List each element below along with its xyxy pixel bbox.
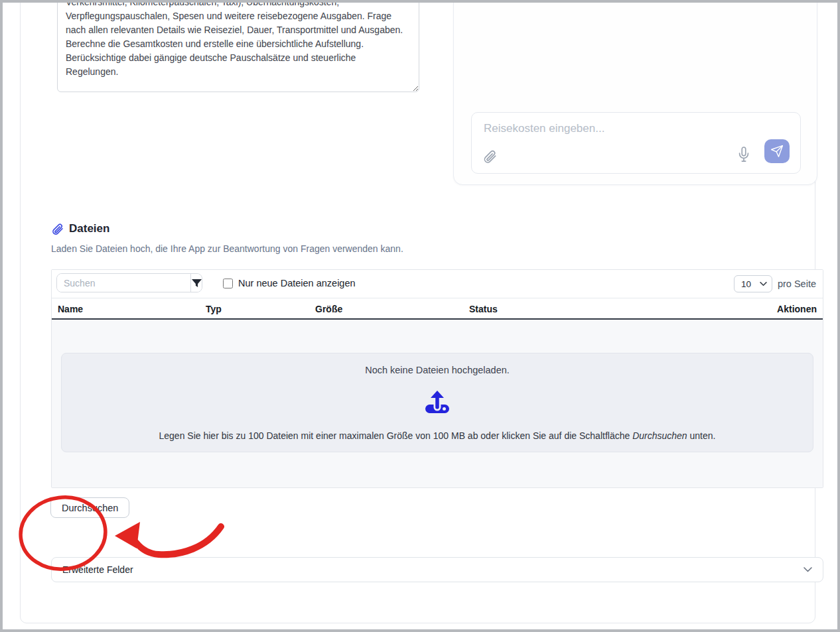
- microphone-icon: [736, 145, 751, 164]
- send-icon: [770, 145, 784, 158]
- files-table-body: Noch keine Dateien hochgeladen. Legen Si…: [52, 320, 823, 487]
- column-header-status: Status: [469, 304, 498, 314]
- system-prompt-textarea[interactable]: Du bist ein Experte für Reisekostenabrec…: [57, 0, 419, 92]
- file-dropzone[interactable]: Noch keine Dateien hochgeladen. Legen Si…: [61, 353, 813, 452]
- filter-icon: [192, 279, 202, 287]
- files-section-description: Laden Sie Dateien hoch, die Ihre App zur…: [51, 243, 403, 254]
- files-section-title: Dateien: [69, 222, 109, 235]
- search-group: [56, 273, 202, 292]
- empty-state-title: Noch keine Dateien hochgeladen.: [62, 365, 813, 375]
- app-builder-page: { "system_prompt": { "value": "Du bist e…: [0, 0, 840, 632]
- only-new-files-toggle: Nur neue Dateien anzeigen: [223, 278, 356, 288]
- attachment-button[interactable]: [482, 149, 498, 165]
- send-button[interactable]: [764, 139, 790, 163]
- per-page-label: pro Seite: [778, 279, 816, 289]
- column-header-aktionen: Aktionen: [777, 304, 817, 314]
- files-section-header: Dateien: [51, 222, 109, 235]
- chat-input-box[interactable]: [471, 112, 801, 174]
- chevron-down-icon: [804, 567, 812, 572]
- chat-preview-panel: Willkommen beim Reisekostenrechner: [453, 0, 817, 185]
- empty-state-instruction: Legen Sie hier bis zu 100 Dateien mit ei…: [62, 430, 813, 441]
- welcome-message: Willkommen beim Reisekostenrechner: [454, 0, 817, 4]
- page-size-wrap: 10: [734, 275, 772, 292]
- voice-input-button[interactable]: [736, 145, 751, 164]
- search-input[interactable]: [57, 274, 191, 292]
- only-new-files-checkbox[interactable]: [223, 279, 233, 288]
- upload-icon: [424, 389, 451, 413]
- column-header-groesse: Größe: [315, 304, 342, 314]
- page-size-select[interactable]: 10: [734, 275, 772, 292]
- instruction-suffix: unten.: [687, 430, 716, 441]
- filter-button[interactable]: [191, 274, 202, 292]
- paperclip-icon: [482, 149, 497, 164]
- files-table: Nur neue Dateien anzeigen 10 pro Seite N…: [51, 269, 823, 488]
- column-header-name: Name: [58, 304, 83, 314]
- chat-message-input[interactable]: [484, 122, 776, 135]
- only-new-files-label[interactable]: Nur neue Dateien anzeigen: [238, 278, 356, 288]
- instruction-prefix: Legen Sie hier bis zu 100 Dateien mit ei…: [159, 430, 633, 441]
- page-size-group: 10 pro Seite: [734, 275, 816, 292]
- paperclip-icon: [51, 223, 64, 235]
- files-toolbar: Nur neue Dateien anzeigen 10 pro Seite: [52, 270, 823, 298]
- advanced-fields-label: Erweiterte Felder: [62, 564, 133, 575]
- browse-button[interactable]: Durchsuchen: [50, 497, 129, 518]
- app-config-card: Du bist ein Experte für Reisekostenabrec…: [20, 0, 815, 623]
- advanced-fields-toggle[interactable]: Erweiterte Felder: [51, 557, 823, 582]
- files-table-header: Name Typ Größe Status Aktionen: [52, 298, 823, 320]
- instruction-emphasis: Durchsuchen: [632, 430, 687, 441]
- column-header-typ: Typ: [206, 304, 222, 314]
